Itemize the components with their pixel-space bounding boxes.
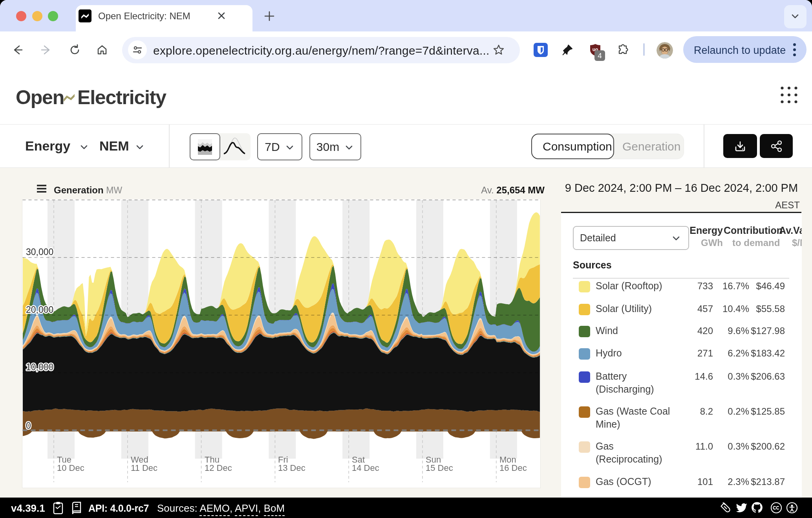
svg-text:16 Dec: 16 Dec bbox=[499, 463, 527, 473]
svg-text:14 Dec: 14 Dec bbox=[352, 463, 379, 473]
svg-text:20,000: 20,000 bbox=[26, 305, 53, 315]
svg-text:15 Dec: 15 Dec bbox=[426, 463, 453, 473]
svg-text:11 Dec: 11 Dec bbox=[131, 463, 157, 473]
svg-text:10 Dec: 10 Dec bbox=[57, 463, 84, 473]
svg-text:0: 0 bbox=[26, 421, 31, 431]
svg-text:10,000: 10,000 bbox=[26, 362, 53, 372]
svg-text:13 Dec: 13 Dec bbox=[278, 463, 305, 473]
svg-text:12 Dec: 12 Dec bbox=[205, 463, 232, 473]
svg-text:30,000: 30,000 bbox=[26, 247, 53, 257]
